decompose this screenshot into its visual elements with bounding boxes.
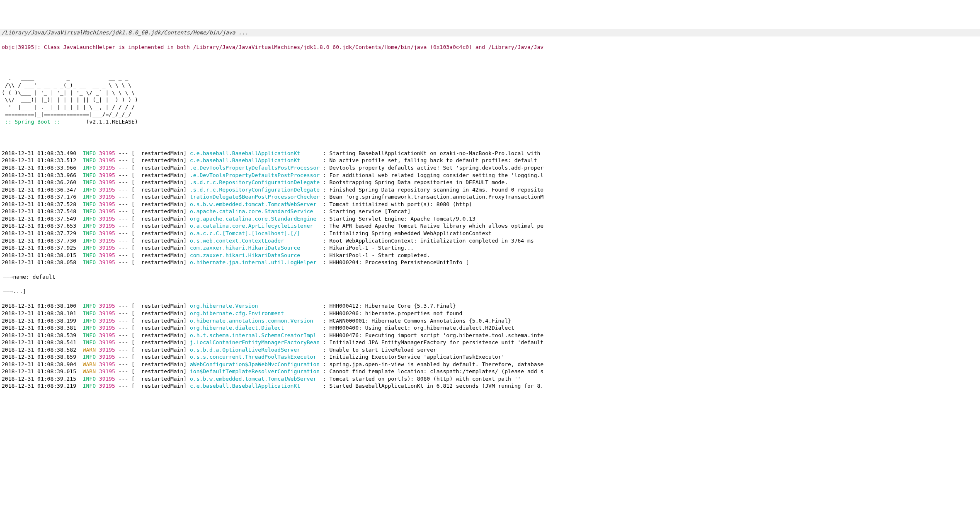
log-logger: ion$DefaultTemplateResolverConfiguration [190, 368, 320, 374]
log-thread: restartedMain] [135, 339, 190, 345]
log-message: For additional web related logging consi… [330, 172, 544, 178]
log-colon: : [320, 208, 329, 214]
log-level: INFO [83, 383, 96, 389]
log-colon: : [320, 150, 329, 156]
log-separator: --- [ [115, 368, 135, 374]
log-message: spring.jpa.open-in-view is enabled by de… [330, 361, 544, 367]
log-line: 2018-12-31 01:08:39.215 INFO 39195 --- [… [2, 375, 978, 383]
log-pid: 39195 [99, 354, 115, 360]
log-level: INFO [83, 208, 96, 214]
log-separator: --- [ [115, 361, 135, 367]
log-colon: : [320, 383, 329, 389]
log-line: 2018-12-31 01:08:37.528 INFO 39195 --- [… [2, 201, 978, 208]
log-level: INFO [83, 339, 96, 345]
log-colon: : [320, 347, 329, 353]
spring-boot-label: :: Spring Boot :: [2, 119, 63, 125]
log-logger: o.a.catalina.core.AprLifecycleListener [190, 223, 320, 229]
log-logger: o.s.b.w.embedded.tomcat.TomcatWebServer [190, 201, 320, 207]
log-separator: --- [ [115, 332, 135, 338]
log-message: Root WebApplicationContext: initializati… [330, 238, 534, 244]
log-level: INFO [83, 194, 96, 200]
log-level: WARN [83, 347, 96, 353]
log-message: Initializing Spring embedded WebApplicat… [330, 230, 492, 236]
log-separator: --- [ [115, 245, 135, 251]
log-logger: c.e.baseball.BaseballApplicationKt [190, 383, 320, 389]
arrow-icon: ——→ [3, 288, 13, 294]
log-logger: org.hibernate.cfg.Environment [190, 310, 320, 316]
log-separator: --- [ [115, 150, 135, 156]
log-thread: restartedMain] [135, 179, 190, 185]
log-timestamp: 2018-12-31 01:08:38.381 [2, 325, 76, 331]
log-message: Cannot find template location: classpath… [330, 368, 544, 374]
log-pid: 39195 [99, 165, 115, 171]
log-line: 2018-12-31 01:08:38.582 WARN 39195 --- [… [2, 346, 978, 354]
log-pid: 39195 [99, 252, 115, 258]
log-pid: 39195 [99, 216, 115, 222]
log-pid: 39195 [99, 238, 115, 244]
log-level: WARN [83, 368, 96, 374]
log-logger: org.hibernate.Version [190, 303, 320, 309]
log-message: HHH000400: Using dialect: org.hibernate.… [330, 325, 514, 331]
log-pid: 39195 [99, 172, 115, 178]
log-thread: restartedMain] [135, 157, 190, 163]
log-timestamp: 2018-12-31 01:08:36.347 [2, 187, 76, 193]
log-level: INFO [83, 318, 96, 324]
log-logger: c.e.baseball.BaseballApplicationKt [190, 150, 320, 156]
log-output[interactable]: 2018-12-31 01:08:33.490 INFO 39195 --- [… [0, 142, 980, 397]
log-message: Initializing ExecutorService 'applicatio… [330, 354, 505, 360]
log-message: Tomcat started on port(s): 8080 (http) w… [330, 376, 521, 382]
log-timestamp: 2018-12-31 01:08:39.219 [2, 383, 76, 389]
log-thread: restartedMain] [135, 383, 190, 389]
log-colon: : [320, 223, 329, 229]
log-colon: : [320, 368, 329, 374]
log-separator: --- [ [115, 230, 135, 236]
log-line: 2018-12-31 01:08:37.730 INFO 39195 --- [… [2, 237, 978, 245]
log-timestamp: 2018-12-31 01:08:38.859 [2, 354, 76, 360]
log-pid: 39195 [99, 325, 115, 331]
log-pid: 39195 [99, 310, 115, 316]
log-level: WARN [83, 361, 96, 367]
log-line: 2018-12-31 01:08:38.859 INFO 39195 --- [… [2, 353, 978, 361]
log-level: INFO [83, 238, 96, 244]
log-pid: 39195 [99, 187, 115, 193]
log-message: HHH000204: Processing PersistenceUnitInf… [330, 259, 469, 265]
log-line: 2018-12-31 01:08:38.539 INFO 39195 --- [… [2, 332, 978, 339]
log-timestamp: 2018-12-31 01:08:38.904 [2, 361, 76, 367]
log-logger: .e.DevToolsPropertyDefaultsPostProcessor [190, 165, 320, 171]
log-thread: restartedMain] [135, 172, 190, 178]
log-separator: --- [ [115, 223, 135, 229]
log-level: INFO [83, 252, 96, 258]
log-logger: o.s.b.w.embedded.tomcat.TomcatWebServer [190, 376, 320, 382]
log-colon: : [320, 165, 329, 171]
log-timestamp: 2018-12-31 01:08:37.730 [2, 238, 76, 244]
exec-command-line: /Library/Java/JavaVirtualMachines/jdk1.8… [0, 29, 980, 36]
log-timestamp: 2018-12-31 01:08:33.512 [2, 157, 76, 163]
log-line: 2018-12-31 01:08:37.729 INFO 39195 --- [… [2, 230, 978, 237]
log-timestamp: 2018-12-31 01:08:38.058 [2, 259, 76, 265]
log-line: 2018-12-31 01:08:38.015 INFO 39195 --- [… [2, 252, 978, 259]
log-separator: --- [ [115, 259, 135, 265]
log-timestamp: 2018-12-31 01:08:37.528 [2, 201, 76, 207]
log-logger: c.e.baseball.BaseballApplicationKt [190, 157, 320, 163]
log-level: INFO [83, 150, 96, 156]
log-separator: --- [ [115, 347, 135, 353]
log-thread: restartedMain] [135, 208, 190, 214]
log-separator: --- [ [115, 376, 135, 382]
arrow-icon: ——→ [3, 274, 13, 280]
log-colon: : [320, 157, 329, 163]
log-pid: 39195 [99, 223, 115, 229]
log-message: HHH000412: Hibernate Core {5.3.7.Final} [330, 303, 456, 309]
log-line: 2018-12-31 01:08:39.219 INFO 39195 --- [… [2, 382, 978, 390]
log-pid: 39195 [99, 194, 115, 200]
log-pid: 39195 [99, 303, 115, 309]
log-thread: restartedMain] [135, 245, 190, 251]
log-colon: : [320, 259, 329, 265]
log-separator: --- [ [115, 194, 135, 200]
log-message: Starting BaseballApplicationKt on ozaki-… [330, 150, 541, 156]
log-logger: org.apache.catalina.core.StandardEngine [190, 216, 320, 222]
log-logger: o.s.s.concurrent.ThreadPoolTaskExecutor [190, 354, 320, 360]
log-thread: restartedMain] [135, 368, 190, 374]
log-colon: : [320, 172, 329, 178]
log-message: Starting Servlet Engine: Apache Tomcat/9… [330, 216, 475, 222]
log-thread: restartedMain] [135, 216, 190, 222]
